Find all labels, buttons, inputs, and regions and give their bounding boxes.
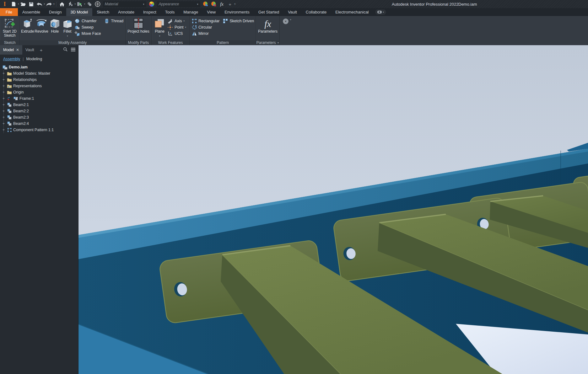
tree-item-beam2-2[interactable]: + Beam2:2 [0,108,78,114]
parameters-fx-icon[interactable]: fx [218,1,226,7]
project-holes-button[interactable]: Project holes [127,17,150,34]
tab-inspect[interactable]: Inspect [139,8,161,16]
home-view-icon[interactable] [58,1,66,7]
plane-button[interactable]: Plane ▾ [153,17,166,38]
fillet-button[interactable]: Fillet ▾ [62,17,73,38]
component-select-icon[interactable] [76,1,84,7]
axis-caret[interactable]: ▾ [184,20,185,22]
tab-design[interactable]: Design [45,8,66,16]
tree-item-model-states[interactable]: + Model States: Master [0,70,78,77]
expand-icon[interactable]: + [2,103,5,107]
measure-icon[interactable] [86,1,93,7]
ribbon-options-button[interactable]: ▼ [283,19,289,24]
expand-icon[interactable]: + [2,121,5,126]
fillet-caret[interactable]: ▾ [67,34,68,38]
tab-vault[interactable]: Vault [283,8,301,16]
tab-manage[interactable]: Manage [179,8,202,16]
parameters-panel-caret[interactable]: ▼ [277,42,279,44]
expand-icon[interactable]: + [2,96,5,101]
tab-environments[interactable]: Environments [220,8,254,16]
browser-tab-vault[interactable]: Vault [22,45,37,55]
axis-button[interactable]: Axis ▾ [167,18,188,24]
expand-icon[interactable]: + [2,84,5,88]
browser-tab-close-icon[interactable]: ✕ [16,48,19,52]
tab-assemble[interactable]: Assemble [18,8,45,16]
point-caret[interactable]: ▾ [185,26,186,29]
tab-file[interactable]: File [0,8,18,16]
material-combobox-caret[interactable]: ▾ [143,3,144,6]
tree-item-beam2-4[interactable]: + Beam2:4 [0,120,78,127]
circular-pattern-button[interactable]: Circular [191,24,221,30]
chamfer-button[interactable]: Chamfer [74,18,103,24]
select-caret[interactable]: ▾ [84,3,85,5]
panel-label-pattern[interactable]: Pattern [190,40,256,45]
tab-collaborate[interactable]: Collaborate [301,8,331,16]
panel-label-parameters[interactable]: Parameters ▼ [256,40,279,45]
view-tab-modeling[interactable]: Modeling [26,57,42,61]
expand-icon[interactable]: + [2,90,5,94]
panel-label-work-features[interactable]: Work Features [152,40,189,45]
ribbon-options-caret[interactable]: ▾ [290,19,291,21]
tree-item-frame-1[interactable]: + Frame:1 [0,95,78,102]
material-combobox[interactable]: Material ▾ [103,1,146,7]
expand-icon[interactable]: + [2,109,5,113]
adjust-appearance-icon[interactable] [202,1,209,7]
tree-item-beam2-3[interactable]: + Beam2:3 [0,114,78,120]
rectangular-pattern-button[interactable]: Rectangular [191,18,221,24]
tab-get-started[interactable]: Get Started [254,8,283,16]
clear-appearance-icon[interactable] [210,1,218,7]
tree-item-origin[interactable]: + Origin [0,89,78,95]
appearance-combobox[interactable]: Appearance ▾ [157,1,200,7]
browser-menu-icon[interactable] [71,47,76,53]
undo-caret[interactable]: ▾ [44,3,45,5]
browser-tab-model[interactable]: Model ✕ [0,45,22,55]
redo-caret[interactable]: ▾ [53,3,55,5]
tab-annotate[interactable]: Annotate [114,8,139,16]
expand-icon[interactable]: + [2,71,5,76]
expand-icon[interactable]: + [2,128,5,132]
panel-label-sketch[interactable]: Sketch [0,40,19,45]
point-button[interactable]: Point ▾ [167,24,188,30]
quick-access-caret[interactable]: ▾ [235,3,236,5]
mirror-button[interactable]: Mirror [191,30,221,37]
sweep-button[interactable]: Sweep [74,24,103,30]
browser-add-tab-button[interactable]: + [37,47,45,53]
expand-icon[interactable]: + [2,115,5,120]
graphics-caret[interactable]: ▾ [75,3,76,5]
appearance-combobox-caret[interactable]: ▾ [197,3,198,6]
tree-item-root-assembly[interactable]: Demo.iam [0,64,78,70]
redo-icon[interactable] [45,1,53,7]
hole-button[interactable]: Hole [49,17,61,34]
appearance-wheel-icon[interactable] [148,1,155,7]
browser-search-icon[interactable] [63,47,67,53]
tree-item-beam2-1[interactable]: + Beam2:1 [0,102,78,108]
ucs-button[interactable]: UCS [167,30,188,37]
tree-item-component-pattern[interactable]: + Component Pattern 1:1 [0,127,78,133]
thread-button[interactable]: Thread [104,18,126,24]
extrude-button[interactable]: Extrude [21,17,34,34]
new-file-caret[interactable]: ▾ [18,3,19,5]
revolve-button[interactable]: Revolve [35,17,48,34]
tab-view[interactable]: View [202,8,220,16]
plane-caret[interactable]: ▾ [159,34,160,38]
local-graphics-icon[interactable] [67,1,74,7]
open-file-icon[interactable] [19,1,27,7]
tree-item-relationships[interactable]: + Relationships [0,77,78,83]
tree-item-representations[interactable]: + Representations [0,83,78,89]
move-face-button[interactable]: Move Face [74,30,103,37]
parameters-button[interactable]: fx Parameters [257,17,278,34]
viewport-3d[interactable] [78,45,588,374]
tab-electromechanical[interactable]: Electromechanical [331,8,373,16]
panel-label-modify-assembly[interactable]: Modify Assembly [20,40,125,45]
undo-icon[interactable] [36,1,43,7]
save-icon[interactable] [28,1,35,7]
inventor-logo-icon[interactable]: I [0,1,9,7]
desktop-connector-widget[interactable]: ▾ [375,9,386,15]
material-sphere-icon[interactable] [94,1,101,7]
new-file-icon[interactable] [10,1,17,7]
add-quick-access-icon[interactable]: + [226,1,234,7]
tab-3d-model[interactable]: 3D Model [66,8,93,16]
tab-tools[interactable]: Tools [161,8,179,16]
expand-icon[interactable]: + [2,77,5,82]
connector-caret[interactable]: ▾ [383,11,384,13]
